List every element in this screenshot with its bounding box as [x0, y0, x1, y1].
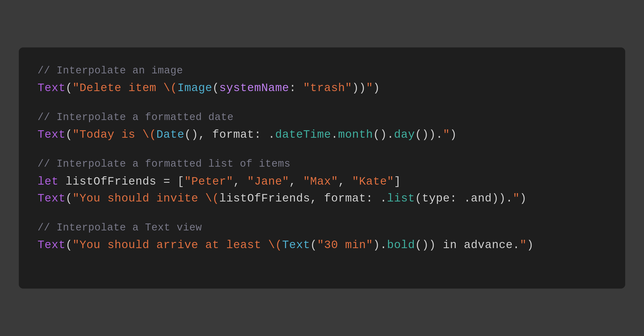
comment-3: // Interpolate a formatted list of items	[38, 157, 606, 171]
code-line-3b: Text("You should invite \(listOfFriends,…	[38, 190, 606, 207]
keyword-text-1: Text	[38, 82, 65, 95]
string-1: "Delete item \(	[72, 82, 177, 95]
string-close-3: "	[513, 192, 520, 205]
comma-1: ,	[233, 175, 247, 188]
param-systemname: systemName	[219, 82, 289, 95]
paren-open-3: (	[65, 192, 72, 205]
string-max: "Max"	[303, 175, 338, 188]
string-trash: "trash"	[303, 82, 352, 95]
keyword-text-2: Text	[38, 128, 65, 141]
type-image: Image	[177, 82, 212, 95]
list-var: listOfFriends, format: .	[219, 192, 387, 205]
final-paren-2: )	[450, 128, 457, 141]
comma-2: ,	[289, 175, 303, 188]
paren-2: (	[212, 82, 219, 95]
string-close-1: "	[366, 82, 373, 95]
format-day: day	[394, 128, 415, 141]
string-arrive: "You should arrive at least \(	[72, 239, 282, 252]
code-line-3a: let listOfFriends = ["Peter", "Jane", "M…	[38, 173, 606, 190]
method-bold: bold	[387, 239, 415, 252]
string-peter: "Peter"	[184, 175, 233, 188]
keyword-let: let	[38, 175, 58, 188]
string-30min: "30 min"	[317, 239, 373, 252]
string-jane: "Jane"	[247, 175, 289, 188]
string-today: "Today is \(	[72, 128, 156, 141]
colon-1: :	[289, 82, 303, 95]
date-call: (), format: .	[184, 128, 275, 141]
string-close-2: "	[443, 128, 450, 141]
string-invite: "You should invite \(	[72, 192, 219, 205]
close-inner: ).	[373, 239, 387, 252]
paren-open-2: (	[65, 128, 72, 141]
close-date: ()).	[415, 128, 443, 141]
advance-text: ()) in advance.	[415, 239, 520, 252]
code-line-2: Text("Today is \(Date(), format: .dateTi…	[38, 126, 606, 143]
final-paren-1: )	[373, 82, 380, 95]
list-type: (type: .and)).	[415, 192, 513, 205]
array-close: ]	[394, 175, 401, 188]
keyword-text-4: Text	[38, 239, 65, 252]
dot-1: .	[331, 128, 338, 141]
comment-4: // Interpolate a Text view	[38, 221, 606, 235]
string-kate: "Kate"	[352, 175, 394, 188]
type-text-inner: Text	[282, 239, 310, 252]
close-parens-1: ))	[352, 82, 366, 95]
code-block-4: // Interpolate a Text view Text("You sho…	[38, 221, 606, 254]
comment-2: // Interpolate a formatted date	[38, 110, 606, 124]
keyword-text-3: Text	[38, 192, 65, 205]
format-datetime: dateTime	[275, 128, 331, 141]
code-block-3: // Interpolate a formatted list of items…	[38, 157, 606, 207]
paren-inner: (	[310, 239, 317, 252]
paren-open-1: (	[65, 82, 72, 95]
format-month: month	[338, 128, 373, 141]
string-close-4: "	[520, 239, 527, 252]
format-list: list	[387, 192, 415, 205]
final-paren-4: )	[527, 239, 534, 252]
comment-1: // Interpolate an image	[38, 64, 606, 78]
code-line-4: Text("You should arrive at least \(Text(…	[38, 237, 606, 254]
code-line-1: Text("Delete item \(Image(systemName: "t…	[38, 80, 606, 97]
type-date: Date	[156, 128, 184, 141]
comma-3: ,	[338, 175, 352, 188]
code-block-2: // Interpolate a formatted date Text("To…	[38, 110, 606, 143]
final-paren-3: )	[520, 192, 527, 205]
paren-open-4: (	[65, 239, 72, 252]
code-block-1: // Interpolate an image Text("Delete ite…	[38, 64, 606, 97]
var-name: listOfFriends = [	[58, 175, 184, 188]
call-dot: ().	[373, 128, 394, 141]
code-editor: // Interpolate an image Text("Delete ite…	[19, 47, 625, 289]
